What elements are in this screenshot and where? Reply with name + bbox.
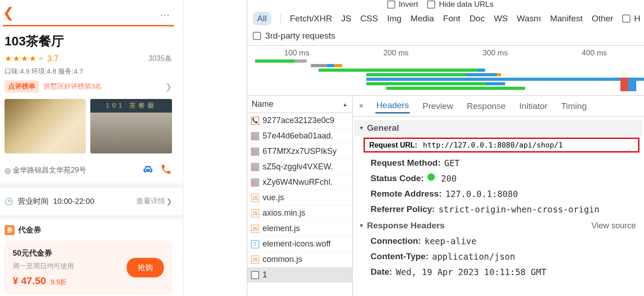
- network-request-row[interactable]: 6T7MfXzx7USPIkSy: [247, 144, 352, 159]
- photo-strip[interactable]: 101 茶餐廳: [3, 97, 174, 155]
- buy-button[interactable]: 抢购: [127, 258, 164, 277]
- request-name: axios.min.js: [263, 208, 305, 218]
- tab-response[interactable]: Response: [466, 99, 507, 113]
- checkbox-icon: [253, 32, 261, 40]
- referrer-policy-label: Referrer Policy:: [371, 204, 435, 214]
- rank-row[interactable]: 点评榜单 拱墅区好评榜第3名 ❯: [3, 79, 174, 97]
- general-section[interactable]: ▼ General: [354, 120, 642, 136]
- request-method-label: Request Method:: [371, 158, 441, 168]
- network-request-row[interactable]: 1: [247, 267, 352, 283]
- img-file-icon: [251, 148, 259, 156]
- network-request-row[interactable]: xZy6W4NwuRFchl.: [247, 175, 352, 190]
- phone-icon[interactable]: [160, 163, 172, 177]
- section-divider: [0, 215, 183, 219]
- img-file-icon: [251, 178, 259, 187]
- request-name: element.js: [263, 224, 300, 233]
- filter-js[interactable]: JS: [341, 14, 351, 24]
- network-request-row[interactable]: Telement-icons.woff: [247, 237, 352, 252]
- network-list-header[interactable]: Name ▲: [247, 96, 352, 113]
- red-file-icon: 📞: [251, 117, 259, 125]
- address-text: 金华路锦昌文华苑29号: [13, 166, 86, 175]
- request-name: element-icons.woff: [263, 239, 331, 249]
- view-source-link[interactable]: View source: [591, 221, 636, 231]
- shop-photo[interactable]: 101 茶餐廳: [90, 99, 172, 153]
- checkbox-icon: [622, 15, 630, 23]
- tab-initiator[interactable]: Initiator: [518, 99, 548, 113]
- filter-all[interactable]: All: [253, 12, 271, 25]
- hours-value: 10:00-22:00: [53, 197, 94, 206]
- request-name: xZy6W4NwuRFchl.: [263, 178, 333, 187]
- tab-preview[interactable]: Preview: [422, 99, 454, 113]
- filter-font[interactable]: Font: [443, 14, 460, 24]
- has-blocked-checkbox[interactable]: H: [622, 14, 640, 24]
- remote-address-value: 127.0.0.1:8080: [445, 189, 518, 199]
- doc-file-icon: [251, 271, 259, 279]
- filter-media[interactable]: Media: [411, 14, 434, 24]
- devtools-panel: Invert Hide data URLs All Fetch/XHR JS C…: [247, 0, 644, 296]
- status-dot-icon: [428, 173, 435, 181]
- rating-value: 3.7: [47, 54, 59, 64]
- filter-img[interactable]: Img: [387, 14, 402, 24]
- request-name: 57e44d6eba01aad.: [263, 131, 333, 141]
- date-value: Wed, 19 Apr 2023 10:11:58 GMT: [396, 267, 546, 277]
- network-request-row[interactable]: JSelement.js: [247, 221, 352, 237]
- separator: [280, 14, 281, 23]
- clock-icon: 🕑: [5, 197, 13, 206]
- response-headers-section[interactable]: ▼Response Headers: [359, 221, 445, 231]
- filter-other[interactable]: Other: [592, 14, 614, 24]
- filter-wasm[interactable]: Wasm: [517, 14, 541, 24]
- filter-css[interactable]: CSS: [360, 14, 378, 24]
- request-url-value: http://127.0.0.1:8080/api/shop/1: [423, 141, 563, 149]
- hide-data-urls-checkbox[interactable]: Hide data URLs: [427, 0, 493, 9]
- js-file-icon: JS: [251, 194, 259, 202]
- request-type-filter: All Fetch/XHR JS CSS Img Media Font Doc …: [251, 10, 640, 27]
- tab-headers[interactable]: Headers: [375, 99, 410, 113]
- disclosure-icon: ▼: [359, 125, 364, 131]
- filter-manifest[interactable]: Manifest: [550, 14, 583, 24]
- chevron-right-icon: ❯: [166, 197, 172, 206]
- detail-pane: × Headers Preview Response Initiator Tim…: [353, 96, 644, 296]
- timeline-tick: 400 ms: [545, 49, 644, 58]
- invert-checkbox[interactable]: Invert: [387, 0, 418, 9]
- detail-link[interactable]: 查看详情 ❯: [136, 197, 172, 206]
- car-icon[interactable]: [142, 163, 154, 177]
- rank-text: 拱墅区好评榜第3名: [44, 82, 102, 91]
- network-timeline[interactable]: 100 ms 200 ms 300 ms 400 ms: [247, 46, 644, 96]
- network-request-row[interactable]: JSaxios.min.js: [247, 206, 352, 221]
- network-request-row[interactable]: 📞9277ace32123e0c9: [247, 113, 352, 128]
- voucher-item-title: 50元代金券: [13, 248, 127, 258]
- third-party-checkbox[interactable]: 3rd-party requests: [253, 31, 335, 41]
- voucher-price: ¥ 47.50: [13, 275, 46, 287]
- star-icon: ★: [29, 54, 36, 64]
- filter-doc[interactable]: Doc: [469, 14, 485, 24]
- tab-timing[interactable]: Timing: [560, 99, 587, 113]
- filter-ws[interactable]: WS: [494, 14, 508, 24]
- voucher-card[interactable]: 50元代金券 周一至周日均可使用 ¥ 47.50 9.5折 抢购: [5, 241, 172, 294]
- img-file-icon: [251, 132, 259, 140]
- connection-value: keep-alive: [424, 236, 476, 246]
- request-name: 1: [263, 270, 267, 280]
- back-icon[interactable]: ❮: [3, 5, 14, 20]
- section-divider: [0, 183, 183, 188]
- address[interactable]: ◎ 金华路锦昌文华苑29号: [5, 166, 86, 175]
- shop-photo[interactable]: [5, 99, 86, 153]
- storefront-body: [90, 113, 172, 153]
- ticket-icon: 券: [5, 225, 15, 235]
- gap: [183, 0, 247, 296]
- network-request-row[interactable]: JSvue.js: [247, 190, 352, 206]
- filter-fetchxhr[interactable]: Fetch/XHR: [290, 14, 332, 24]
- network-request-row[interactable]: sZ5q-zgglv4VXEW.: [247, 159, 352, 175]
- more-icon[interactable]: …: [160, 7, 171, 19]
- network-request-row[interactable]: 57e44d6eba01aad.: [247, 128, 352, 144]
- voucher-item-subtitle: 周一至周日均可使用: [13, 262, 127, 271]
- connection-label: Connection:: [371, 236, 421, 246]
- storefront-sign: 101 茶餐廳: [90, 99, 172, 113]
- close-icon[interactable]: ×: [359, 101, 364, 111]
- request-name: sZ5q-zgglv4VXEW.: [263, 162, 333, 172]
- star-icon: ★: [37, 54, 44, 64]
- hours-row[interactable]: 🕑 营业时间 10:00-22:00 查看详情 ❯: [3, 188, 174, 215]
- rank-badge: 点评榜单: [5, 80, 39, 93]
- star-icon: ★: [21, 54, 28, 64]
- network-request-row[interactable]: JScommon.js: [247, 252, 352, 267]
- checkbox-icon: [427, 0, 435, 9]
